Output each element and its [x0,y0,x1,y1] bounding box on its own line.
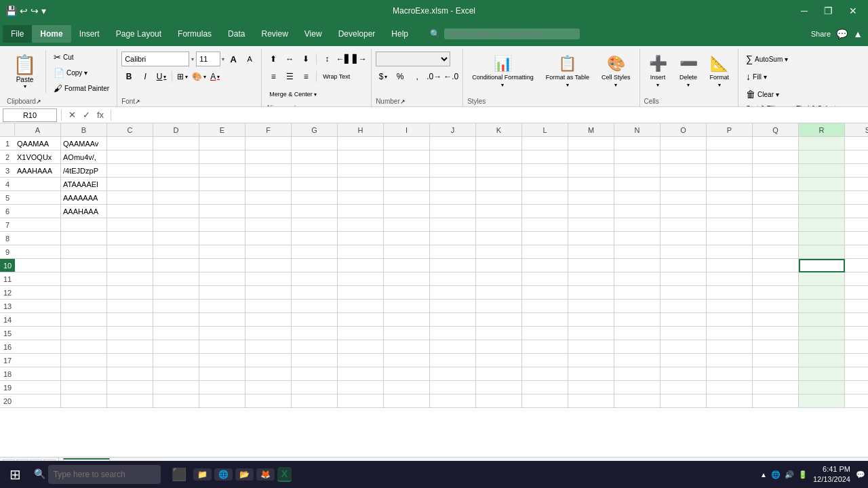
clear-btn[interactable]: 🗑Clear ▾ [743,87,783,102]
col-header-n[interactable]: N [614,123,660,137]
cell-k20[interactable] [476,394,522,408]
cell-e11[interactable] [199,272,245,286]
col-header-q[interactable]: Q [753,123,799,137]
restore-btn[interactable]: ❐ [818,4,838,18]
cell-a5[interactable] [15,191,61,205]
cell-q1[interactable] [753,137,799,150]
cell-i15[interactable] [384,327,430,340]
cell-a17[interactable] [15,354,61,367]
cell-a16[interactable] [15,340,61,354]
cell-d11[interactable] [153,272,199,286]
cell-f6[interactable] [245,205,292,218]
menu-home[interactable]: Home [32,25,71,43]
cell-b6[interactable]: AAAHAAA [61,205,107,218]
cell-h15[interactable] [338,327,384,340]
cell-p6[interactable] [707,205,753,218]
cell-r14[interactable] [799,313,845,327]
minimize-btn[interactable]: ─ [795,4,813,18]
row-header-7[interactable]: 7 [0,218,15,232]
cell-s5[interactable] [845,191,868,205]
col-header-o[interactable]: O [660,123,707,137]
search-taskbar-btn[interactable]: 🔍 [30,462,165,487]
cell-l3[interactable] [522,164,568,178]
cell-d18[interactable] [153,367,199,381]
cell-k18[interactable] [476,367,522,381]
cell-h5[interactable] [338,191,384,205]
cell-m19[interactable] [568,381,614,394]
cell-p8[interactable] [707,232,753,245]
cell-g15[interactable] [292,327,338,340]
cell-a1[interactable]: QAAMAA [15,137,61,150]
taskbar-search-input[interactable] [48,465,161,484]
cell-l6[interactable] [522,205,568,218]
cell-f12[interactable] [245,286,292,300]
cell-l19[interactable] [522,381,568,394]
cell-h17[interactable] [338,354,384,367]
cell-g16[interactable] [292,340,338,354]
cell-e20[interactable] [199,394,245,408]
menu-page-layout[interactable]: Page Layout [108,25,170,43]
cell-e17[interactable] [199,354,245,367]
formula-cancel-btn[interactable]: ✕ [66,110,79,120]
cell-j18[interactable] [430,367,476,381]
ribbon-collapse-btn[interactable]: ▲ [853,28,863,39]
cell-q6[interactable] [753,205,799,218]
cell-r16[interactable] [799,340,845,354]
cell-l13[interactable] [522,300,568,313]
cell-k12[interactable] [476,286,522,300]
cell-i11[interactable] [384,272,430,286]
close-btn[interactable]: ✕ [844,4,863,18]
cell-a13[interactable] [15,300,61,313]
menu-data[interactable]: Data [220,25,253,43]
cell-m13[interactable] [568,300,614,313]
cell-g20[interactable] [292,394,338,408]
font-size-increase-btn[interactable]: A [226,52,241,66]
cell-f18[interactable] [245,367,292,381]
cell-b11[interactable] [61,272,107,286]
cell-i12[interactable] [384,286,430,300]
cell-n20[interactable] [614,394,660,408]
cell-s2[interactable] [845,150,868,164]
col-header-a[interactable]: A [15,123,61,137]
cell-l5[interactable] [522,191,568,205]
cell-b9[interactable] [61,245,107,259]
cell-p1[interactable] [707,137,753,150]
cell-m10[interactable] [568,259,614,272]
cell-o16[interactable] [660,340,707,354]
row-header-13[interactable]: 13 [0,300,15,313]
cell-e10[interactable] [199,259,245,272]
cell-q12[interactable] [753,286,799,300]
font-size-input[interactable] [196,52,220,66]
cell-h13[interactable] [338,300,384,313]
cell-q5[interactable] [753,191,799,205]
cell-a11[interactable] [15,272,61,286]
row-header-16[interactable]: 16 [0,340,15,354]
save-quick-btn[interactable]: 💾 [5,5,17,16]
cell-p2[interactable] [707,150,753,164]
cell-a10[interactable] [15,259,61,272]
cell-h7[interactable] [338,218,384,232]
cell-m1[interactable] [568,137,614,150]
cell-styles-btn[interactable]: 🎨 Cell Styles ▾ [597,52,635,92]
autosum-btn[interactable]: ∑AutoSum ▾ [743,52,791,66]
cell-d20[interactable] [153,394,199,408]
menu-developer[interactable]: Developer [330,25,384,43]
row-header-14[interactable]: 14 [0,313,15,327]
cell-j2[interactable] [430,150,476,164]
cell-q3[interactable] [753,164,799,178]
cell-c1[interactable] [107,137,153,150]
cell-f13[interactable] [245,300,292,313]
cell-a20[interactable] [15,394,61,408]
cell-e1[interactable] [199,137,245,150]
cell-g1[interactable] [292,137,338,150]
cell-c19[interactable] [107,381,153,394]
indent-increase-btn[interactable]: ▋→ [352,52,367,66]
cell-l7[interactable] [522,218,568,232]
cell-q13[interactable] [753,300,799,313]
cell-p20[interactable] [707,394,753,408]
cell-o10[interactable] [660,259,707,272]
cell-m8[interactable] [568,232,614,245]
cell-a14[interactable] [15,313,61,327]
redo-quick-btn[interactable]: ↪ [31,5,39,16]
cell-c9[interactable] [107,245,153,259]
